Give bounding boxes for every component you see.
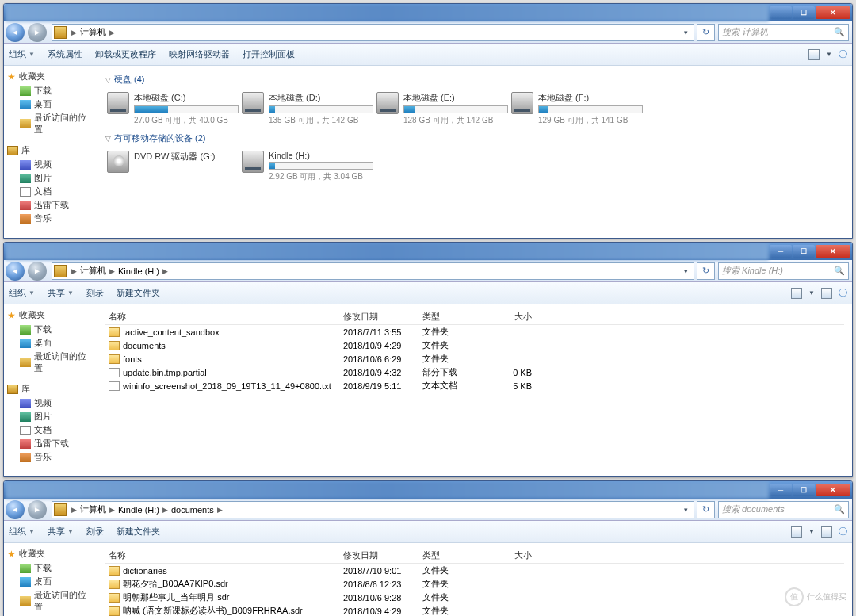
refresh-button[interactable]: ↻ [697,501,715,518]
sidebar-item[interactable]: 文档 [7,423,94,437]
sidebar-item[interactable]: 迅雷下载 [7,198,94,212]
close-button[interactable]: ✕ [816,6,850,19]
drive-item[interactable]: DVD RW 驱动器 (G:) [107,151,239,182]
file-row[interactable]: dictionaries 2018/7/10 9:01 文件夹 [105,564,844,577]
breadcrumb-item[interactable]: Kindle (H:) [118,505,159,515]
maximize-button[interactable]: ☐ [793,484,815,496]
toolbar-burn[interactable]: 刻录 [86,287,104,299]
toolbar-share[interactable]: 共享▼ [48,287,74,299]
maximize-button[interactable]: ☐ [793,6,815,19]
preview-icon[interactable] [821,288,832,299]
back-button[interactable]: ◄ [6,500,25,519]
back-button[interactable]: ◄ [6,23,25,42]
drive-item[interactable]: 本地磁盘 (E:) 128 GB 可用，共 142 GB [376,92,508,126]
sidebar-item[interactable]: 图片 [7,171,94,185]
breadcrumb-bar[interactable]: ▶ 计算机 ▶ ▾ [52,24,694,41]
col-name[interactable]: 名称 [105,549,343,561]
breadcrumb-bar[interactable]: ▶ 计算机 ▶ Kindle (H:) ▶ ▾ [52,262,694,280]
section-removable[interactable]: 有可移动存储的设备 (2) [105,132,844,144]
drive-item[interactable]: 本地磁盘 (F:) 129 GB 可用，共 141 GB [511,92,643,126]
dropdown-icon[interactable]: ▾ [679,267,692,275]
minimize-button[interactable]: ─ [770,484,792,496]
forward-button[interactable]: ► [28,500,47,519]
maximize-button[interactable]: ☐ [793,245,815,258]
sidebar-item[interactable]: 桌面 [7,98,94,111]
toolbar-controlpanel[interactable]: 打开控制面板 [243,48,295,60]
column-headers[interactable]: 名称 修改日期 类型 大小 [105,309,844,325]
sidebar-item[interactable]: 下载 [7,561,94,575]
dropdown-icon[interactable]: ▼ [808,528,815,535]
sidebar-item[interactable]: 图片 [7,410,94,423]
drive-item[interactable]: Kindle (H:) 2.92 GB 可用，共 3.04 GB [242,151,373,182]
back-button[interactable]: ◄ [6,262,25,281]
minimize-button[interactable]: ─ [770,245,792,258]
toolbar-burn[interactable]: 刻录 [86,526,104,538]
dropdown-icon[interactable]: ▾ [679,29,692,36]
forward-button[interactable]: ► [28,23,47,42]
sidebar-item[interactable]: 视频 [7,396,94,410]
col-size[interactable]: 大小 [484,311,541,323]
forward-button[interactable]: ► [28,262,47,281]
sidebar-item[interactable]: 最近访问的位置 [7,111,94,136]
section-hdd[interactable]: 硬盘 (4) [105,74,844,86]
refresh-button[interactable]: ↻ [697,24,715,41]
close-button[interactable]: ✕ [816,484,850,496]
col-type[interactable]: 类型 [422,311,484,323]
titlebar[interactable]: ─ ☐ ✕ [4,4,852,21]
toolbar-newfolder[interactable]: 新建文件夹 [117,287,160,299]
file-row[interactable]: update.bin.tmp.partial 2018/10/9 4:32 部分… [105,365,844,379]
search-input[interactable]: 搜索 计算机🔍 [718,24,849,41]
file-row[interactable]: .active_content_sandbox 2018/7/11 3:55 文… [105,325,844,339]
file-row[interactable]: wininfo_screenshot_2018_09_19T13_11_49+0… [105,379,844,392]
sidebar-item[interactable]: 文档 [7,185,94,198]
sidebar-item[interactable]: 下载 [7,84,94,98]
file-row[interactable]: fonts 2018/10/6 6:29 文件夹 [105,352,844,365]
view-icon[interactable] [791,288,802,299]
file-row[interactable]: 明朝那些事儿_当年明月.sdr 2018/10/6 9:28 文件夹 [105,591,844,604]
sidebar-favorites[interactable]: ★收藏夹 [7,309,94,321]
preview-icon[interactable] [821,526,832,538]
col-date[interactable]: 修改日期 [343,311,422,323]
search-input[interactable]: 搜索 Kindle (H:)🔍 [718,262,849,280]
search-input[interactable]: 搜索 documents🔍 [718,501,849,518]
view-icon[interactable] [808,49,820,60]
sidebar-item[interactable]: 桌面 [7,336,94,350]
dropdown-icon[interactable]: ▾ [679,506,692,514]
breadcrumb-item[interactable]: documents [171,505,214,515]
dropdown-icon[interactable]: ▼ [808,289,815,297]
sidebar-libraries[interactable]: 库 [7,144,94,156]
col-size[interactable]: 大小 [484,549,541,561]
sidebar-favorites[interactable]: ★收藏夹 [7,548,94,560]
toolbar-newfolder[interactable]: 新建文件夹 [117,526,160,538]
toolbar-organize[interactable]: 组织▼ [9,526,35,538]
view-icon[interactable] [791,526,802,538]
col-type[interactable]: 类型 [422,549,484,561]
toolbar-mapdrive[interactable]: 映射网络驱动器 [169,48,230,60]
breadcrumb-item[interactable]: 计算机 [80,503,106,515]
sidebar-item[interactable]: 最近访问的位置 [7,350,94,375]
toolbar-organize[interactable]: 组织▼ [9,48,35,60]
sidebar-favorites[interactable]: ★收藏夹 [7,71,94,82]
toolbar-share[interactable]: 共享▼ [48,526,74,538]
sidebar-libraries[interactable]: 库 [7,383,94,395]
sidebar-item[interactable]: 迅雷下载 [7,437,94,450]
titlebar[interactable]: ─ ☐ ✕ [4,481,852,499]
toolbar-uninstall[interactable]: 卸载或更改程序 [95,48,156,60]
dropdown-icon[interactable]: ▼ [826,51,832,58]
col-date[interactable]: 修改日期 [343,549,422,561]
breadcrumb-item[interactable]: 计算机 [80,26,106,38]
help-icon[interactable]: ⓘ [839,526,847,538]
sidebar-item[interactable]: 桌面 [7,575,94,588]
close-button[interactable]: ✕ [816,245,850,258]
sidebar-item[interactable]: 音乐 [7,212,94,225]
refresh-button[interactable]: ↻ [697,262,715,280]
breadcrumb-bar[interactable]: ▶ 计算机 ▶ Kindle (H:) ▶ documents ▶ ▾ [52,501,694,518]
sidebar-item[interactable]: 视频 [7,158,94,171]
file-row[interactable]: documents 2018/10/9 4:29 文件夹 [105,339,844,352]
minimize-button[interactable]: ─ [770,6,792,19]
drive-item[interactable]: 本地磁盘 (C:) 27.0 GB 可用，共 40.0 GB [107,92,239,126]
file-row[interactable]: 朝花夕拾_B00AA7KIP0.sdr 2018/8/6 12:23 文件夹 [105,577,844,591]
sidebar-item[interactable]: 下载 [7,323,94,336]
file-row[interactable]: 呐喊 (语文新课标必读丛书)_B009FRHRAA.sdr 2018/10/9 … [105,604,844,616]
help-icon[interactable]: ⓘ [839,287,847,299]
